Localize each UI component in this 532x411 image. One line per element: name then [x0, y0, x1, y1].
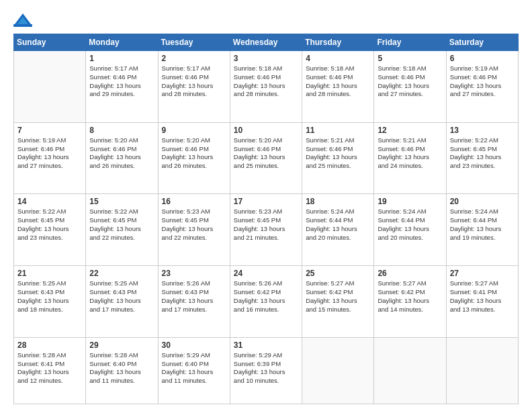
- day-number: 18: [306, 197, 370, 206]
- cell-info: Sunrise: 5:18 AM Sunset: 6:46 PM Dayligh…: [306, 64, 370, 99]
- calendar-cell: 7Sunrise: 5:19 AM Sunset: 6:46 PM Daylig…: [14, 122, 86, 194]
- cell-info: Sunrise: 5:22 AM Sunset: 6:45 PM Dayligh…: [450, 136, 515, 171]
- logo-icon: [13, 12, 32, 27]
- weekday-header-thursday: Thursday: [302, 34, 374, 51]
- day-number: 31: [234, 340, 298, 350]
- day-number: 24: [234, 269, 298, 278]
- calendar-cell: 1Sunrise: 5:17 AM Sunset: 6:46 PM Daylig…: [86, 51, 158, 123]
- cell-info: Sunrise: 5:24 AM Sunset: 6:44 PM Dayligh…: [378, 208, 442, 242]
- cell-info: Sunrise: 5:18 AM Sunset: 6:46 PM Dayligh…: [378, 64, 442, 99]
- calendar-table: SundayMondayTuesdayWednesdayThursdayFrid…: [13, 34, 519, 404]
- weekday-header-monday: Monday: [86, 34, 158, 51]
- day-number: 26: [378, 269, 442, 278]
- cell-info: Sunrise: 5:26 AM Sunset: 6:42 PM Dayligh…: [234, 279, 298, 314]
- weekday-header-row: SundayMondayTuesdayWednesdayThursdayFrid…: [14, 34, 519, 51]
- cell-info: Sunrise: 5:22 AM Sunset: 6:45 PM Dayligh…: [89, 208, 154, 242]
- day-number: 22: [89, 269, 154, 278]
- day-number: 30: [162, 340, 226, 350]
- day-number: 3: [234, 54, 298, 63]
- cell-info: Sunrise: 5:24 AM Sunset: 6:44 PM Dayligh…: [306, 208, 370, 242]
- day-number: 14: [17, 197, 82, 206]
- cell-info: Sunrise: 5:20 AM Sunset: 6:46 PM Dayligh…: [89, 136, 154, 171]
- day-number: 12: [378, 126, 442, 135]
- logo-area: [13, 12, 38, 27]
- cell-info: Sunrise: 5:27 AM Sunset: 6:41 PM Dayligh…: [450, 279, 515, 314]
- cell-info: Sunrise: 5:25 AM Sunset: 6:43 PM Dayligh…: [89, 279, 154, 314]
- cell-info: Sunrise: 5:27 AM Sunset: 6:42 PM Dayligh…: [306, 279, 370, 314]
- logo: [13, 12, 38, 27]
- cell-info: Sunrise: 5:17 AM Sunset: 6:46 PM Dayligh…: [89, 64, 154, 99]
- cell-info: Sunrise: 5:24 AM Sunset: 6:44 PM Dayligh…: [450, 208, 515, 242]
- calendar-cell: 24Sunrise: 5:26 AM Sunset: 6:42 PM Dayli…: [230, 266, 302, 338]
- calendar-cell: 22Sunrise: 5:25 AM Sunset: 6:43 PM Dayli…: [86, 266, 158, 338]
- calendar-cell: [302, 337, 374, 404]
- calendar-cell: 9Sunrise: 5:20 AM Sunset: 6:46 PM Daylig…: [158, 122, 230, 194]
- day-number: 25: [306, 269, 370, 278]
- cell-info: Sunrise: 5:17 AM Sunset: 6:46 PM Dayligh…: [162, 64, 226, 99]
- day-number: 10: [234, 126, 298, 135]
- calendar-cell: 21Sunrise: 5:25 AM Sunset: 6:43 PM Dayli…: [14, 266, 86, 338]
- day-number: 7: [17, 126, 82, 135]
- day-number: 9: [162, 126, 226, 135]
- page: SundayMondayTuesdayWednesdayThursdayFrid…: [0, 0, 532, 411]
- weekday-header-sunday: Sunday: [14, 34, 86, 51]
- weekday-header-wednesday: Wednesday: [230, 34, 302, 51]
- week-row-5: 28Sunrise: 5:28 AM Sunset: 6:41 PM Dayli…: [14, 337, 519, 404]
- calendar-cell: [14, 51, 86, 123]
- calendar-cell: 30Sunrise: 5:29 AM Sunset: 6:40 PM Dayli…: [158, 337, 230, 404]
- cell-info: Sunrise: 5:21 AM Sunset: 6:46 PM Dayligh…: [378, 136, 442, 171]
- calendar-cell: 4Sunrise: 5:18 AM Sunset: 6:46 PM Daylig…: [302, 51, 374, 123]
- calendar-cell: 2Sunrise: 5:17 AM Sunset: 6:46 PM Daylig…: [158, 51, 230, 123]
- day-number: 20: [450, 197, 515, 206]
- day-number: 15: [89, 197, 154, 206]
- cell-info: Sunrise: 5:25 AM Sunset: 6:43 PM Dayligh…: [17, 279, 82, 314]
- week-row-2: 7Sunrise: 5:19 AM Sunset: 6:46 PM Daylig…: [14, 122, 519, 194]
- calendar-cell: 29Sunrise: 5:28 AM Sunset: 6:40 PM Dayli…: [86, 337, 158, 404]
- cell-info: Sunrise: 5:20 AM Sunset: 6:46 PM Dayligh…: [234, 136, 298, 171]
- calendar-cell: 27Sunrise: 5:27 AM Sunset: 6:41 PM Dayli…: [446, 266, 518, 338]
- header: [13, 12, 519, 27]
- week-row-4: 21Sunrise: 5:25 AM Sunset: 6:43 PM Dayli…: [14, 266, 519, 338]
- calendar-cell: 28Sunrise: 5:28 AM Sunset: 6:41 PM Dayli…: [14, 337, 86, 404]
- weekday-header-saturday: Saturday: [446, 34, 518, 51]
- calendar-cell: [374, 337, 446, 404]
- calendar-cell: 3Sunrise: 5:18 AM Sunset: 6:46 PM Daylig…: [230, 51, 302, 123]
- cell-info: Sunrise: 5:28 AM Sunset: 6:40 PM Dayligh…: [89, 351, 154, 385]
- day-number: 21: [17, 269, 82, 278]
- cell-info: Sunrise: 5:23 AM Sunset: 6:45 PM Dayligh…: [234, 208, 298, 242]
- weekday-header-tuesday: Tuesday: [158, 34, 230, 51]
- calendar-cell: 15Sunrise: 5:22 AM Sunset: 6:45 PM Dayli…: [86, 194, 158, 266]
- cell-info: Sunrise: 5:27 AM Sunset: 6:42 PM Dayligh…: [378, 279, 442, 314]
- calendar-cell: 17Sunrise: 5:23 AM Sunset: 6:45 PM Dayli…: [230, 194, 302, 266]
- calendar-cell: 13Sunrise: 5:22 AM Sunset: 6:45 PM Dayli…: [446, 122, 518, 194]
- calendar-cell: 6Sunrise: 5:19 AM Sunset: 6:46 PM Daylig…: [446, 51, 518, 123]
- cell-info: Sunrise: 5:19 AM Sunset: 6:46 PM Dayligh…: [17, 136, 82, 171]
- calendar-cell: 16Sunrise: 5:23 AM Sunset: 6:45 PM Dayli…: [158, 194, 230, 266]
- calendar-cell: 18Sunrise: 5:24 AM Sunset: 6:44 PM Dayli…: [302, 194, 374, 266]
- calendar-cell: 14Sunrise: 5:22 AM Sunset: 6:45 PM Dayli…: [14, 194, 86, 266]
- calendar-cell: 8Sunrise: 5:20 AM Sunset: 6:46 PM Daylig…: [86, 122, 158, 194]
- calendar-cell: 31Sunrise: 5:29 AM Sunset: 6:39 PM Dayli…: [230, 337, 302, 404]
- calendar-cell: 10Sunrise: 5:20 AM Sunset: 6:46 PM Dayli…: [230, 122, 302, 194]
- day-number: 6: [450, 54, 515, 63]
- day-number: 27: [450, 269, 515, 278]
- calendar-cell: 12Sunrise: 5:21 AM Sunset: 6:46 PM Dayli…: [374, 122, 446, 194]
- calendar-cell: 11Sunrise: 5:21 AM Sunset: 6:46 PM Dayli…: [302, 122, 374, 194]
- cell-info: Sunrise: 5:18 AM Sunset: 6:46 PM Dayligh…: [234, 64, 298, 99]
- cell-info: Sunrise: 5:20 AM Sunset: 6:46 PM Dayligh…: [162, 136, 226, 171]
- day-number: 8: [89, 126, 154, 135]
- calendar-cell: 25Sunrise: 5:27 AM Sunset: 6:42 PM Dayli…: [302, 266, 374, 338]
- cell-info: Sunrise: 5:23 AM Sunset: 6:45 PM Dayligh…: [162, 208, 226, 242]
- day-number: 4: [306, 54, 370, 63]
- calendar-cell: [446, 337, 518, 404]
- day-number: 11: [306, 126, 370, 135]
- calendar-cell: 23Sunrise: 5:26 AM Sunset: 6:43 PM Dayli…: [158, 266, 230, 338]
- calendar-cell: 20Sunrise: 5:24 AM Sunset: 6:44 PM Dayli…: [446, 194, 518, 266]
- week-row-1: 1Sunrise: 5:17 AM Sunset: 6:46 PM Daylig…: [14, 51, 519, 123]
- weekday-header-friday: Friday: [374, 34, 446, 51]
- calendar-cell: 5Sunrise: 5:18 AM Sunset: 6:46 PM Daylig…: [374, 51, 446, 123]
- cell-info: Sunrise: 5:26 AM Sunset: 6:43 PM Dayligh…: [162, 279, 226, 314]
- cell-info: Sunrise: 5:29 AM Sunset: 6:39 PM Dayligh…: [234, 351, 298, 385]
- day-number: 2: [162, 54, 226, 63]
- day-number: 16: [162, 197, 226, 206]
